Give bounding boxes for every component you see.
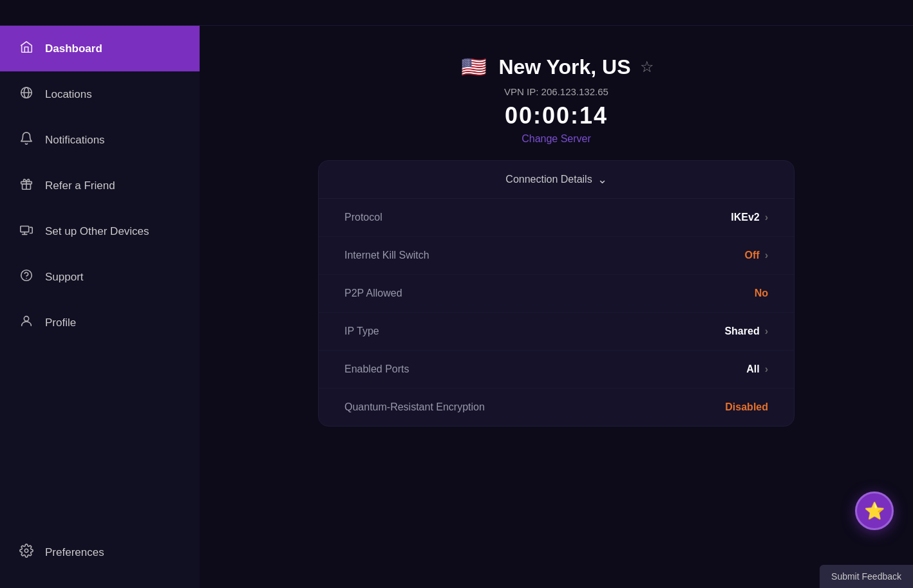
globe-icon [19,86,33,103]
ip-type-row[interactable]: IP Type Shared › [319,313,794,351]
quantum-row[interactable]: Quantum-Resistant Encryption Disabled [319,389,794,426]
chevron-right-icon: › [765,212,768,223]
vpn-header: 🇺🇸 New York, US ☆ VPN IP: 206.123.132.65… [458,51,654,145]
p2p-value: No [755,288,768,299]
p2p-row[interactable]: P2P Allowed No [319,275,794,313]
home-icon [19,40,33,57]
quantum-label: Quantum-Resistant Encryption [344,401,485,413]
sidebar-label-dashboard: Dashboard [45,42,102,55]
gift-icon [19,177,33,194]
connection-details-label: Connection Details [505,174,592,185]
flag-emoji: 🇺🇸 [461,55,487,79]
sidebar-item-preferences[interactable]: Preferences [0,529,200,575]
top-bar [0,0,913,26]
sidebar-item-support[interactable]: Support [0,254,200,300]
favorite-star-icon[interactable]: ☆ [640,58,654,76]
main-content: 🇺🇸 New York, US ☆ VPN IP: 206.123.132.65… [200,26,913,588]
protocol-row[interactable]: Protocol IKEv2 › [319,199,794,237]
connection-details-header[interactable]: Connection Details ⌄ [319,161,794,199]
sidebar-label-support: Support [45,271,84,284]
svg-point-8 [21,270,32,281]
sidebar-label-profile: Profile [45,317,76,329]
ip-type-label: IP Type [344,326,379,337]
svg-point-10 [24,317,28,321]
enabled-ports-row[interactable]: Enabled Ports All › [319,351,794,389]
chevron-down-icon: ⌄ [598,172,607,187]
submit-feedback-button[interactable]: Submit Feedback [820,565,913,588]
sidebar-label-notifications: Notifications [45,134,105,147]
sidebar-item-setup[interactable]: Set up Other Devices [0,208,200,254]
protocol-value: IKEv2 › [731,212,768,223]
location-name: New York, US [498,55,630,79]
enabled-ports-value: All › [746,363,768,375]
devices-icon [19,223,33,240]
p2p-label: P2P Allowed [344,288,402,299]
vpn-timer: 00:00:14 [505,102,608,129]
quantum-value: Disabled [725,401,768,413]
enabled-ports-label: Enabled Ports [344,363,409,375]
sidebar-item-profile[interactable]: Profile [0,300,200,345]
user-icon [19,314,33,331]
sidebar: Dashboard Locations Notifications Refer … [0,26,200,588]
sidebar-label-setup: Set up Other Devices [45,225,149,238]
floating-star-button[interactable]: ⭐ [855,492,894,530]
chevron-right-icon: › [765,363,768,375]
bell-icon [19,131,33,149]
protocol-label: Protocol [344,212,382,223]
kill-switch-value: Off › [745,250,768,261]
ip-type-value: Shared › [724,326,768,337]
kill-switch-row[interactable]: Internet Kill Switch Off › [319,237,794,275]
sidebar-item-locations[interactable]: Locations [0,71,200,117]
sidebar-label-preferences: Preferences [45,546,104,559]
sidebar-item-notifications[interactable]: Notifications [0,117,200,163]
connection-details-card: Connection Details ⌄ Protocol IKEv2 › In… [318,160,795,427]
kill-switch-label: Internet Kill Switch [344,250,429,261]
star-icon: ⭐ [864,501,885,521]
gear-icon [19,544,33,561]
vpn-ip: VPN IP: 206.123.132.65 [504,86,608,97]
sidebar-item-refer[interactable]: Refer a Friend [0,163,200,208]
sidebar-item-dashboard[interactable]: Dashboard [0,26,200,71]
help-icon [19,268,33,286]
sidebar-label-locations: Locations [45,88,92,101]
flag-circle: 🇺🇸 [458,51,489,82]
location-row: 🇺🇸 New York, US ☆ [458,51,654,82]
svg-rect-5 [21,226,29,232]
svg-point-11 [24,549,28,553]
chevron-right-icon: › [765,250,768,261]
sidebar-label-refer: Refer a Friend [45,179,115,192]
change-server-button[interactable]: Change Server [522,133,591,145]
chevron-right-icon: › [765,326,768,337]
